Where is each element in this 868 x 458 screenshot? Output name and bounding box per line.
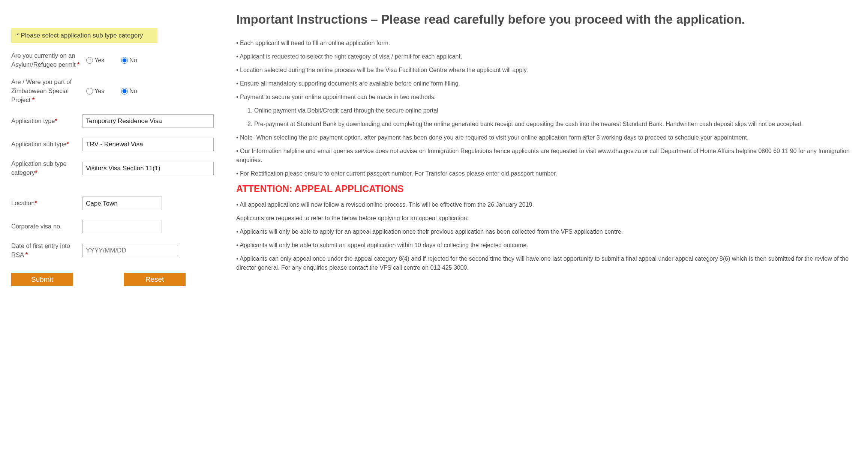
instruction-bullet: • Applicant is requested to select the r…: [236, 52, 857, 61]
reset-button[interactable]: Reset: [124, 273, 186, 286]
label-zimbabwe-no[interactable]: No: [129, 88, 137, 95]
input-corporate-visa[interactable]: [82, 220, 162, 233]
select-app-type[interactable]: Temporary Residence Visa: [82, 114, 214, 128]
instruction-bullet: • Note- When selecting the pre-payment o…: [236, 133, 857, 142]
instruction-bullet: • Applicants can only appeal once under …: [236, 254, 857, 272]
form-panel: * Please select application sub type cat…: [11, 8, 221, 286]
instruction-bullet: • Ensure all mandatory supporting docume…: [236, 79, 857, 88]
instruction-bullet: • For Rectification please ensure to ent…: [236, 169, 857, 178]
instruction-bullet: • Our Information helpline and email que…: [236, 147, 857, 165]
label-app-sub-type-category: Application sub type category*: [11, 159, 82, 177]
select-app-sub-type-category[interactable]: Visitors Visa Section 11(1): [82, 162, 214, 175]
instruction-bullet: • Payment to secure your online appointm…: [236, 93, 857, 102]
instruction-sub-bullet: 1. Online payment via Debit/Credit card …: [236, 106, 857, 115]
instructions-title: Important Instructions – Please read car…: [236, 11, 857, 28]
instruction-bullet: • Each applicant will need to fill an on…: [236, 39, 857, 48]
validation-banner: * Please select application sub type cat…: [11, 28, 157, 43]
radio-zimbabwe-no[interactable]: [121, 88, 128, 95]
radio-asylum-yes[interactable]: [86, 57, 93, 64]
select-location[interactable]: Cape Town: [82, 197, 162, 210]
instructions-panel: Important Instructions – Please read car…: [236, 8, 857, 286]
instruction-bullet: • Applicants will only be able to submit…: [236, 241, 857, 250]
label-location: Location*: [11, 199, 82, 208]
input-first-entry-date[interactable]: [82, 244, 178, 257]
instruction-bullet: • All appeal applications will now follo…: [236, 200, 857, 209]
label-app-sub-type: Application sub type*: [11, 140, 82, 149]
instruction-sub-bullet: 2. Pre-payment at Standard Bank by downl…: [236, 120, 857, 129]
label-zimbabwe-yes[interactable]: Yes: [94, 88, 104, 95]
label-asylum: Are you currently on an Asylum/Refugee p…: [11, 51, 82, 69]
radio-zimbabwe-yes[interactable]: [86, 88, 93, 95]
label-asylum-no[interactable]: No: [129, 57, 137, 64]
instruction-bullet: • Applicants will only be able to apply …: [236, 227, 857, 236]
attention-heading: ATTENTION: APPEAL APPLICATIONS: [236, 183, 857, 194]
label-app-type: Application type*: [11, 117, 82, 126]
instruction-bullet: • Location selected during the online pr…: [236, 66, 857, 75]
label-first-entry: Date of first entry into RSA *: [11, 242, 82, 260]
submit-button[interactable]: Submit: [11, 273, 73, 286]
label-zimbabwe: Are / Were you part of Zimbabwean Specia…: [11, 78, 82, 105]
select-app-sub-type[interactable]: TRV - Renewal Visa: [82, 138, 214, 151]
instruction-text: Applicants are requested to refer to the…: [236, 214, 857, 223]
radio-asylum-no[interactable]: [121, 57, 128, 64]
label-corporate-visa: Corporate visa no.: [11, 222, 82, 231]
label-asylum-yes[interactable]: Yes: [94, 57, 104, 64]
